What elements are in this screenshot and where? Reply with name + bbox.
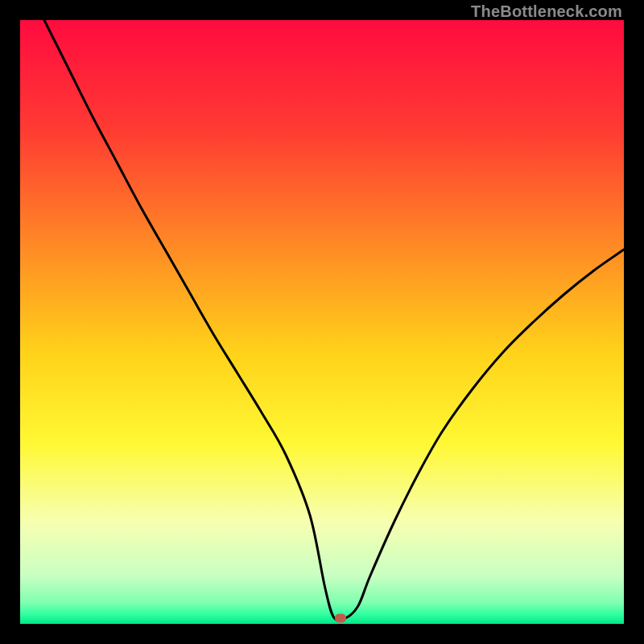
optimal-point-marker <box>335 613 346 622</box>
plot-area <box>20 20 624 624</box>
chart-frame: TheBottleneck.com <box>0 0 644 644</box>
curve-layer <box>20 20 624 624</box>
bottleneck-curve <box>44 20 624 621</box>
watermark-text: TheBottleneck.com <box>471 2 622 21</box>
